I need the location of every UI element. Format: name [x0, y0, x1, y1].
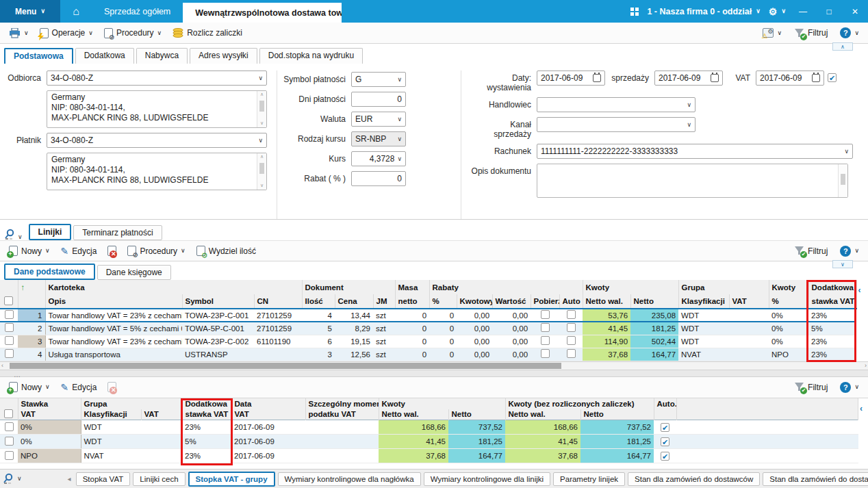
table-row[interactable]: 2 Towar handlowy VAT = 5% z cechami 001 …: [0, 322, 856, 335]
auto-checkbox[interactable]: [567, 336, 576, 345]
table-row[interactable]: 0% WDT 23% 2017-06-09 168,66 737,52 168,…: [0, 420, 858, 435]
col-cn[interactable]: CN: [254, 294, 302, 309]
group-kwoty2[interactable]: Kwoty: [769, 280, 808, 294]
col-kwoty-pct[interactable]: %: [769, 294, 808, 309]
collapse-toolbar-button[interactable]: ∧: [832, 42, 853, 51]
waluta-select[interactable]: EUR∨: [351, 112, 406, 127]
tab-wymiary-linijki[interactable]: Wymiary kontrolingowe dla linijki: [424, 472, 550, 486]
group-grupa[interactable]: Grupa: [81, 398, 182, 409]
odbiorca-select[interactable]: 34-O-080-Z∨: [47, 70, 267, 86]
group-dodatkowa[interactable]: Dodatkowa: [808, 280, 856, 294]
col-vat[interactable]: VAT: [729, 294, 769, 309]
scrollbar[interactable]: ∧∨: [257, 153, 266, 190]
col-jm[interactable]: JM: [373, 294, 395, 309]
row-select-checkbox[interactable]: [5, 451, 14, 460]
rachunek-select[interactable]: 1111111111-2222222222-3333333333∨: [537, 144, 853, 159]
col-dodatkowa-stawka[interactable]: stawka VAT: [808, 294, 856, 309]
group-kwoty-bez[interactable]: Kwoty (bez rozliczonych zaliczek): [505, 398, 654, 409]
settings-menu[interactable]: ⚙∨: [769, 6, 786, 17]
calendar-icon[interactable]: [812, 74, 820, 82]
rabat-input[interactable]: 0: [351, 171, 406, 186]
col-podatku-vat[interactable]: podatku VAT: [305, 409, 379, 420]
edycja-button[interactable]: ✎ Edycja: [58, 244, 101, 259]
col-netto[interactable]: Netto: [448, 409, 505, 420]
print-button[interactable]: ∨: [5, 26, 32, 40]
rodzaj-kursu-select[interactable]: SR-NBP∨: [351, 131, 406, 146]
platnik-select[interactable]: 34-O-080-Z∨: [47, 133, 267, 148]
row-select-checkbox[interactable]: [5, 336, 14, 345]
row-select-checkbox[interactable]: [5, 310, 14, 319]
expand-toolbar-button[interactable]: ∨: [832, 260, 853, 268]
company-selector[interactable]: 1 - Nasza firma 0 - oddział∨: [647, 7, 760, 16]
tab-dane-podstawowe[interactable]: Dane podstawowe: [4, 264, 95, 280]
table-row[interactable]: 0% WDT 5% 2017-06-09 41,45 181,25 41,45 …: [0, 435, 858, 449]
group-szczegolny[interactable]: Szczególny moment: [305, 398, 379, 409]
row-select-checkbox[interactable]: [5, 323, 14, 332]
select-all-checkbox[interactable]: [4, 296, 13, 305]
handlowiec-select[interactable]: ∨: [537, 97, 695, 112]
table-row[interactable]: 1 Towar handlowy VAT = 23% z cechami 001…: [0, 309, 856, 322]
col-data-vat[interactable]: VAT: [231, 409, 305, 420]
chevron-down-icon[interactable]: ∨: [18, 234, 23, 240]
group-kartoteka[interactable]: Kartoteka: [45, 280, 302, 294]
data-sprzedazy-input[interactable]: 2017-06-09: [654, 70, 723, 86]
calendar-icon[interactable]: [593, 74, 601, 82]
menu-button[interactable]: Menu∨: [0, 0, 60, 23]
tab-terminarz-platnosci[interactable]: Terminarz płatności: [73, 225, 162, 240]
maximize-button[interactable]: □: [820, 7, 838, 16]
panel-splitter[interactable]: …: [0, 370, 868, 377]
col-klasyfikacji[interactable]: Klasyfikacji: [678, 294, 729, 309]
select-all-checkbox[interactable]: [4, 409, 13, 418]
table-row[interactable]: 3 Towar handlowy VAT = 23% z cechami 002…: [0, 335, 856, 348]
organizer-button[interactable]: [3, 473, 14, 485]
calendar-icon[interactable]: [711, 74, 719, 82]
tab-wewnatrzwspolnotowa[interactable]: Wewnątrzwspólnotowa dostawa tow: [183, 3, 342, 23]
tab-sprzedaz-ogolem[interactable]: Sprzedaż ogółem: [92, 0, 183, 23]
apps-grid-icon[interactable]: [630, 8, 639, 16]
help-vat-button[interactable]: ?∨: [837, 380, 863, 395]
tab-adres-wysylki[interactable]: Adres wysyłki: [190, 48, 257, 64]
view-settings-button[interactable]: ⚙ ⚠ ∨: [759, 26, 785, 40]
group-dodatkowa[interactable]: Dodatkowa: [182, 398, 231, 409]
group-masa[interactable]: Masa: [395, 280, 429, 294]
col-auto[interactable]: Auto: [559, 294, 583, 309]
horizontal-scrollbar[interactable]: ‹ ›: [0, 361, 868, 370]
home-tab[interactable]: ⌂: [60, 0, 92, 23]
tab-parametry-linijek[interactable]: Parametry linijek: [553, 472, 625, 486]
group-data[interactable]: Data: [231, 398, 305, 409]
organizer-button[interactable]: [4, 229, 16, 240]
symbol-platnosci-select[interactable]: G∨: [351, 72, 406, 87]
tab-nabywca[interactable]: Nabywca: [136, 48, 188, 64]
rozlicz-zaliczki-button[interactable]: Rozlicz zaliczki: [169, 26, 246, 40]
col-vat[interactable]: VAT: [141, 409, 182, 420]
col-netto-bez[interactable]: Netto: [580, 409, 654, 420]
tab-dod-stopka[interactable]: Dod.stopka na wydruku: [259, 48, 363, 64]
wydziel-ilosc-button[interactable]: ⚙ Wydziel ilość: [193, 244, 259, 258]
col-wartosc[interactable]: Wartość: [492, 294, 531, 309]
col-netto-wal[interactable]: Netto wal.: [583, 294, 630, 309]
nowy-button[interactable]: + Nowy∨: [5, 244, 53, 258]
collapse-columns-icon[interactable]: ‹: [860, 404, 863, 413]
opis-dokumentu-textarea[interactable]: [537, 164, 848, 198]
procedury-button[interactable]: ⚙ Procedury∨: [101, 26, 165, 40]
col-symbol[interactable]: Symbol: [182, 294, 254, 309]
data-vat-input[interactable]: 2017-06-09: [756, 70, 824, 86]
table-row[interactable]: NPO NVAT 23% 2017-06-09 37,68 164,77 37,…: [0, 449, 858, 463]
dni-platnosci-input[interactable]: 0: [351, 92, 406, 107]
tab-stopka-vat-grupy[interactable]: Stopka VAT - grupy: [188, 472, 275, 487]
row-select-checkbox[interactable]: [5, 437, 14, 446]
sort-header[interactable]: ↑: [18, 280, 45, 294]
operacje-button[interactable]: Operacje∨: [36, 26, 97, 40]
nowy-vat-button[interactable]: + Nowy∨: [5, 380, 53, 394]
help-button[interactable]: ?∨: [837, 25, 863, 40]
col-netto-wal-bez[interactable]: Netto wal.: [505, 409, 580, 420]
group-auto[interactable]: Auto.: [654, 398, 676, 409]
pobierz-checkbox[interactable]: [541, 336, 550, 345]
filtruj-vat-button[interactable]: ✔ Filtruj: [791, 380, 831, 394]
auto-checkbox[interactable]: [567, 323, 576, 332]
pobierz-checkbox[interactable]: [541, 310, 550, 319]
kurs-select[interactable]: 4,3728∨: [351, 151, 406, 166]
row-select-checkbox[interactable]: [5, 422, 14, 431]
tab-linijki[interactable]: Linijki: [29, 224, 72, 240]
pobierz-checkbox[interactable]: [541, 323, 550, 332]
